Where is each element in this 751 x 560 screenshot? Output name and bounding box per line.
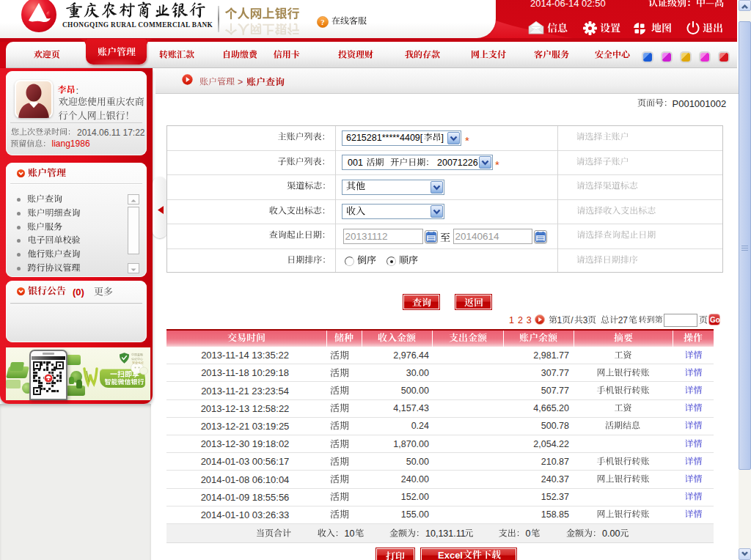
- svg-text:?: ?: [320, 18, 324, 26]
